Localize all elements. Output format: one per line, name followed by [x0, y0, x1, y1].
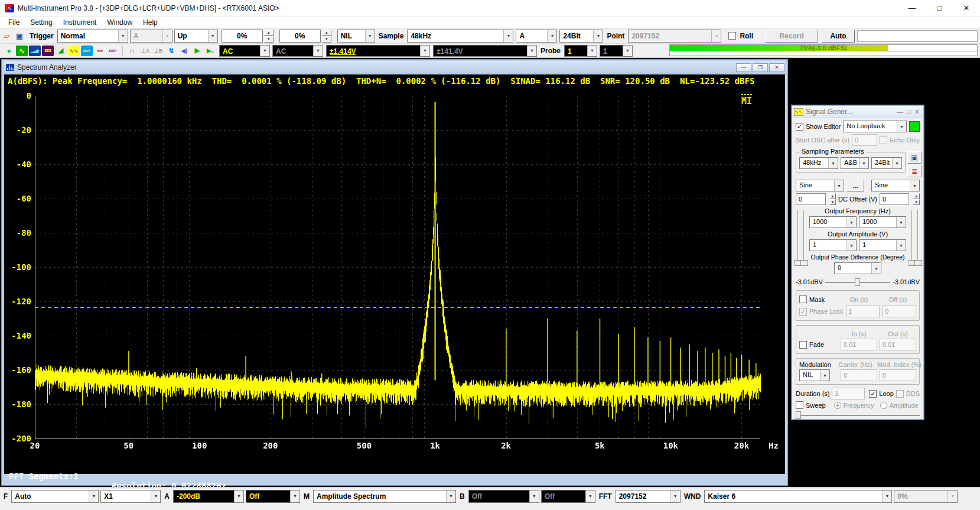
signal-generator-title: Signal Gener...: [806, 108, 852, 116]
dc-offset-a-stepper[interactable]: ▲▼: [829, 193, 836, 205]
save-icon[interactable]: ▣: [14, 31, 25, 41]
sample-channel-select[interactable]: A▼: [516, 30, 557, 43]
derived-data-point-icon[interactable]: ≈≈: [94, 46, 106, 56]
dc-offset-b-stepper[interactable]: ▲▼: [913, 193, 920, 205]
ddp-viewer-icon[interactable]: DDP: [107, 46, 119, 56]
a-range-select[interactable]: -200dB▼: [173, 490, 244, 503]
spectrum-3d-plot-icon[interactable]: ◢: [55, 46, 67, 56]
modulation-group: Modulation Carrier (Hz) Mod. Index (%) N…: [796, 358, 920, 385]
coupling-a-select[interactable]: AC▼: [219, 45, 270, 57]
menu-item-file[interactable]: File: [4, 17, 24, 28]
loop-label: Loop: [879, 390, 893, 397]
roll-checkbox[interactable]: [728, 32, 736, 40]
frequency-b-select[interactable]: 1000▼: [859, 216, 906, 228]
spectrum-type-select[interactable]: Amplitude Spectrum▼: [313, 490, 456, 503]
start-osc-label: Start OSC after (s): [796, 137, 849, 144]
menu-item-instrument[interactable]: Instrument: [58, 17, 102, 28]
dc-offset-b-field[interactable]: 0: [880, 193, 910, 205]
minimize-icon[interactable]: —: [736, 63, 751, 72]
menu-item-help[interactable]: Help: [138, 17, 162, 28]
signal-generator-titlebar[interactable]: ∿∿ Signal Gener... — □ ✕: [792, 106, 923, 118]
amplitude-slider-b1[interactable]: [911, 210, 912, 266]
sg-sample-rate-select[interactable]: 48kHz▼: [799, 157, 838, 169]
chevron-down-icon: ▼: [118, 30, 128, 42]
save-signal-icon[interactable]: ▣: [907, 151, 922, 164]
fade-checkbox[interactable]: [799, 341, 807, 349]
probe-calibration-icon[interactable]: ↯: [165, 46, 177, 56]
channel-b-label: B: [460, 492, 465, 501]
trigger-edge-select[interactable]: Up▼: [174, 30, 218, 43]
play-icon[interactable]: ▶: [191, 46, 203, 56]
minimize-icon[interactable]: —: [897, 108, 903, 116]
fft-size-select[interactable]: 2097152▼: [616, 490, 681, 503]
restore-icon[interactable]: ❐: [753, 63, 768, 72]
oscilloscope-icon[interactable]: ∿: [16, 46, 28, 56]
more-waveform-button[interactable]: ...: [846, 180, 864, 191]
reference-b-icon[interactable]: ⊥B: [152, 46, 164, 56]
dc-offset-a-field[interactable]: 0: [796, 193, 826, 205]
amplitude-slider-a2[interactable]: [803, 210, 804, 266]
trigger-level-stepper[interactable]: 0% ▲▼: [222, 30, 274, 43]
range-a-select[interactable]: ±1.414V▼: [326, 45, 430, 57]
sweep-position-slider[interactable]: [796, 411, 920, 419]
chevron-down-icon: ▼: [89, 490, 98, 502]
frequency-axis-select[interactable]: Auto▼: [11, 490, 99, 503]
spectrum-titlebar[interactable]: Spectrum Analyzer — ❐ ✕: [4, 61, 785, 74]
maximize-icon[interactable]: □: [926, 0, 953, 16]
a-reference-select[interactable]: Off▼: [246, 490, 300, 503]
menu-item-setting[interactable]: Setting: [25, 17, 57, 28]
reference-a-icon[interactable]: ⊥A: [139, 46, 151, 56]
zoom-factor-select[interactable]: X1▼: [100, 490, 161, 503]
sound-output-icon[interactable]: ◀): [178, 46, 190, 56]
play-loop-icon[interactable]: ▶₀: [204, 46, 216, 56]
auto-button[interactable]: Auto: [822, 30, 855, 43]
sg-channels-select[interactable]: A&B▼: [841, 157, 869, 169]
chevron-down-icon: ▼: [871, 263, 881, 274]
trigger-delay-stepper[interactable]: 0% ▲▼: [279, 30, 331, 43]
waveform-a-select[interactable]: Sine▼: [796, 180, 844, 191]
show-editor-checkbox[interactable]: [796, 123, 803, 131]
alarm-icon[interactable]: ∩: [126, 46, 138, 56]
loopback-select[interactable]: No Loopback▼: [843, 121, 907, 132]
loop-checkbox[interactable]: [869, 390, 877, 398]
close-icon[interactable]: ✕: [953, 0, 980, 16]
sample-bits-select[interactable]: 24Bit▼: [559, 30, 603, 43]
sweep-checkbox[interactable]: [796, 401, 803, 409]
spectrum-plot[interactable]: [4, 89, 785, 460]
run-indicator-button[interactable]: [909, 121, 920, 132]
start-stop-icon[interactable]: ●: [3, 46, 15, 56]
trigger-mode-select[interactable]: Normal▼: [57, 30, 128, 43]
trigger-filter-select[interactable]: NIL▼: [337, 30, 375, 43]
spectrum-analyzer-icon[interactable]: ▂▄▆: [29, 46, 41, 56]
record-button: Record: [765, 30, 818, 43]
fade-in-label: In (s): [841, 330, 877, 337]
phase-difference-select[interactable]: 0▼: [834, 262, 881, 274]
sample-rate-select[interactable]: 48kHz▼: [407, 30, 513, 43]
minimize-icon[interactable]: —: [898, 0, 926, 16]
titlebar: ∿ Multi-Instrument Pro 3.8 - [+3DP+DLG+L…: [0, 0, 980, 17]
device-test-plan-icon[interactable]: DUT: [81, 46, 93, 56]
balance-slider[interactable]: [825, 278, 890, 286]
frequency-a-select[interactable]: 1000▼: [809, 216, 857, 228]
amplitude-a-select[interactable]: 1▼: [809, 239, 857, 251]
maximize-icon[interactable]: □: [907, 108, 911, 116]
close-icon[interactable]: ✕: [769, 63, 784, 72]
close-icon[interactable]: ✕: [914, 108, 920, 116]
signal-generator-icon[interactable]: ∿∿: [68, 46, 80, 56]
amplitude-slider-a1[interactable]: [797, 210, 798, 266]
open-icon[interactable]: ▱: [1, 31, 12, 41]
amplitude-slider-b2[interactable]: [917, 210, 918, 266]
mask-checkbox[interactable]: [799, 295, 807, 303]
amplitude-b-select[interactable]: 1▼: [859, 239, 906, 251]
sg-bits-select[interactable]: 24Bit▼: [871, 157, 902, 169]
dc-offset-label: DC Offset (V): [838, 196, 877, 203]
signal-generator-icon: ∿∿: [794, 108, 803, 116]
modulation-select[interactable]: NIL▼: [799, 369, 830, 381]
menu-item-window[interactable]: Window: [102, 17, 137, 28]
multimeter-icon[interactable]: 888: [42, 46, 54, 56]
input-level-meter-b: [669, 51, 978, 56]
window-function-select[interactable]: Kaiser 6▼: [704, 490, 892, 503]
signal-series-icon[interactable]: ≣: [907, 165, 922, 177]
waveform-b-select[interactable]: Sine▼: [871, 180, 920, 191]
probe-a-select[interactable]: 1▼: [564, 45, 597, 57]
